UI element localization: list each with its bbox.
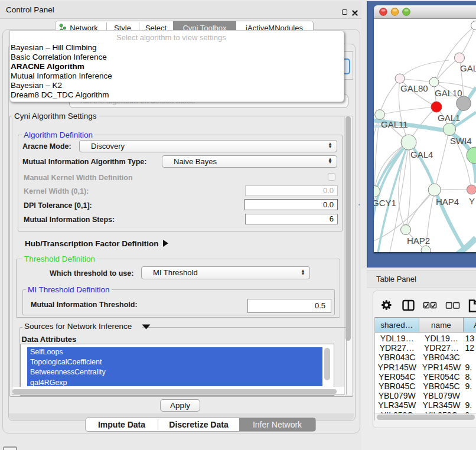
svg-text:HAP4: HAP4 — [436, 197, 459, 207]
svg-text:GAL11: GAL11 — [381, 119, 408, 129]
svg-text:HAP2: HAP2 — [407, 236, 430, 246]
svg-text:SWI4: SWI4 — [450, 136, 472, 146]
svg-text:GAL1: GAL1 — [438, 113, 460, 123]
svg-text:GAL80: GAL80 — [400, 83, 428, 93]
svg-text:GAL4: GAL4 — [410, 149, 433, 159]
svg-text:GAL10: GAL10 — [435, 88, 462, 98]
svg-text:GAL: GAL — [460, 63, 476, 73]
svg-text:Y: Y — [469, 196, 475, 206]
svg-text:GCY1: GCY1 — [374, 198, 396, 208]
